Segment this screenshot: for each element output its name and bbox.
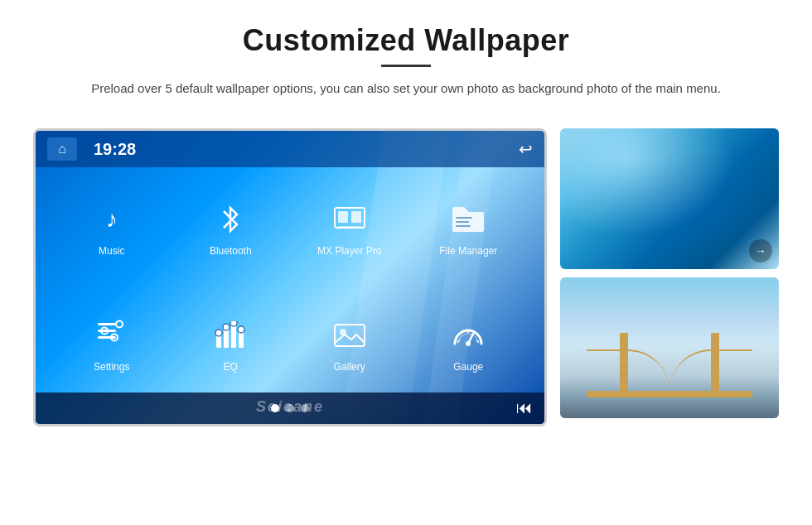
thumbnail-bridge[interactable] bbox=[560, 277, 779, 418]
app-item-settings[interactable]: Settings bbox=[52, 305, 172, 381]
svg-rect-4 bbox=[456, 217, 472, 219]
home-button[interactable]: ⌂ bbox=[47, 137, 77, 161]
app-label-mxplayer: MX Player Pro bbox=[317, 245, 381, 257]
screen-time: 19:28 bbox=[94, 140, 136, 159]
eq-icon bbox=[211, 316, 249, 354]
svg-rect-21 bbox=[335, 325, 365, 346]
dot-1[interactable] bbox=[271, 404, 279, 412]
app-item-mxplayer[interactable]: MX Player Pro bbox=[290, 189, 409, 265]
thumbnail-ice-cave[interactable]: → bbox=[560, 128, 779, 269]
skip-button[interactable]: ⏮ bbox=[516, 398, 533, 417]
screen-bottombar: Seicane ⏮ bbox=[36, 393, 544, 424]
svg-rect-9 bbox=[98, 336, 116, 339]
screen-topbar: ⌂ 19:28 ↩ bbox=[36, 131, 544, 167]
app-item-gallery[interactable]: Gallery bbox=[290, 305, 409, 381]
svg-line-26 bbox=[476, 340, 479, 342]
header-section: Customized Wallpaper Preload over 5 defa… bbox=[0, 0, 812, 113]
page-title: Customized Wallpaper bbox=[50, 23, 762, 58]
thumb-next-icon: → bbox=[749, 239, 772, 262]
bridge-structure bbox=[587, 331, 752, 397]
svg-rect-2 bbox=[351, 211, 361, 223]
app-label-bluetooth: Bluetooth bbox=[210, 245, 252, 257]
app-item-bluetooth[interactable]: Bluetooth bbox=[172, 189, 291, 265]
svg-rect-16 bbox=[239, 331, 244, 348]
dot-2[interactable] bbox=[286, 404, 294, 412]
app-item-eq[interactable]: EQ bbox=[172, 305, 291, 381]
svg-rect-7 bbox=[98, 323, 116, 325]
svg-rect-6 bbox=[456, 225, 471, 227]
svg-rect-5 bbox=[456, 221, 469, 223]
thumbnails-panel: → bbox=[560, 128, 779, 418]
app-label-settings: Settings bbox=[94, 361, 129, 373]
app-label-gauge: Gauge bbox=[453, 361, 483, 373]
title-underline bbox=[381, 65, 431, 67]
player-icon bbox=[331, 200, 369, 238]
svg-point-20 bbox=[238, 326, 244, 333]
svg-point-18 bbox=[223, 324, 230, 330]
svg-point-19 bbox=[230, 321, 237, 326]
gallery-icon bbox=[331, 316, 369, 354]
settings-icon bbox=[93, 316, 131, 354]
app-grid-row2: Settings bbox=[36, 296, 544, 389]
svg-line-25 bbox=[457, 340, 460, 342]
app-label-gallery: Gallery bbox=[334, 361, 365, 373]
dot-3[interactable] bbox=[301, 404, 309, 412]
back-button[interactable]: ↩ bbox=[519, 139, 533, 159]
app-label-music: Music bbox=[99, 245, 124, 257]
svg-rect-14 bbox=[224, 330, 229, 348]
app-grid-row1: Music Bluetooth bbox=[36, 181, 544, 273]
bridge-cable-left bbox=[587, 349, 669, 391]
folder-icon bbox=[449, 200, 487, 238]
app-label-filemanager: File Manager bbox=[439, 245, 497, 257]
bluetooth-icon bbox=[211, 200, 249, 238]
screen-inner: ⌂ 19:28 ↩ Music Bluetooth bbox=[36, 131, 544, 424]
content-area: ⌂ 19:28 ↩ Music Bluetooth bbox=[0, 113, 812, 426]
app-item-music[interactable]: Music bbox=[52, 189, 172, 265]
svg-rect-13 bbox=[216, 336, 221, 348]
gauge-icon bbox=[449, 316, 487, 354]
app-item-gauge[interactable]: Gauge bbox=[409, 305, 529, 381]
music-icon bbox=[93, 200, 131, 238]
svg-point-24 bbox=[466, 341, 471, 346]
svg-rect-1 bbox=[338, 211, 348, 223]
svg-rect-3 bbox=[338, 226, 361, 228]
screen-mockup: ⌂ 19:28 ↩ Music Bluetooth bbox=[33, 128, 547, 426]
app-item-filemanager[interactable]: File Manager bbox=[409, 189, 529, 265]
svg-rect-15 bbox=[231, 325, 236, 348]
svg-point-10 bbox=[116, 321, 123, 328]
page-description: Preload over 5 default wallpaper options… bbox=[66, 79, 746, 99]
svg-point-17 bbox=[215, 330, 222, 336]
app-label-eq: EQ bbox=[224, 361, 238, 373]
bridge-road bbox=[587, 391, 752, 397]
bridge-cable-right bbox=[669, 349, 752, 391]
